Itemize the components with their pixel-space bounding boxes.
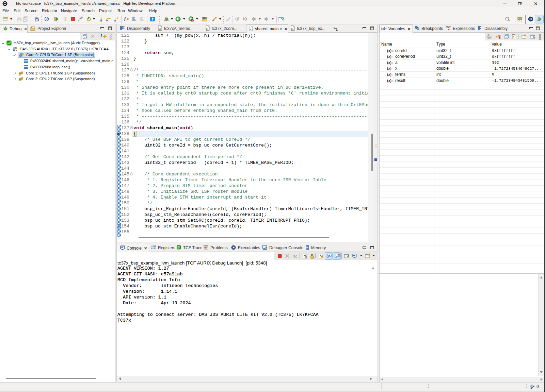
svg-text:ld: ld <box>206 28 208 31</box>
svg-text:ld: ld <box>291 28 293 31</box>
svg-text:0101: 0101 <box>151 248 156 250</box>
svg-text:x=: x= <box>448 28 451 30</box>
svg-text:(x)=: (x)= <box>381 27 387 30</box>
svg-text:.c: .c <box>249 28 251 31</box>
svg-text:ld: ld <box>158 28 161 31</box>
svg-text:i: i <box>124 17 126 22</box>
svg-text:010: 010 <box>35 19 39 21</box>
